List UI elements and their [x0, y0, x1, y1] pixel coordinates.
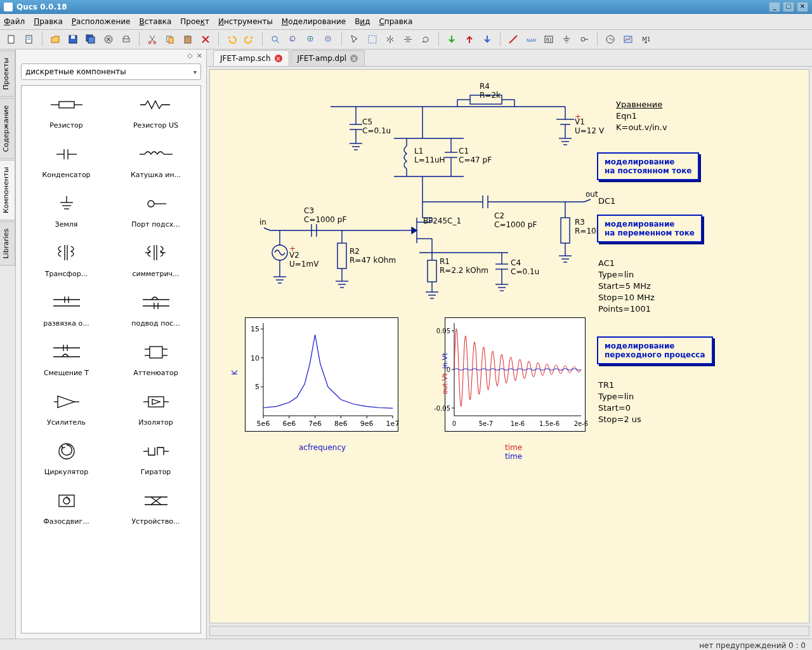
- component-label: Смещение T: [44, 369, 89, 377]
- tab-close-icon[interactable]: ×: [275, 55, 282, 62]
- component-item[interactable]: Резистор US: [111, 86, 200, 135]
- sidetab-components[interactable]: Компоненты: [0, 160, 15, 220]
- svg-rect-147: [337, 243, 346, 269]
- menu-layout[interactable]: Расположение: [72, 17, 131, 26]
- component-item[interactable]: симметрич...: [111, 234, 200, 284]
- component-item[interactable]: Катушка ин...: [111, 135, 200, 185]
- sidetab-libraries[interactable]: Libraries: [0, 222, 15, 266]
- component-item[interactable]: Изолятор: [111, 383, 200, 432]
- component-item[interactable]: Конденсатор: [22, 135, 111, 185]
- svg-text:C2: C2: [494, 211, 504, 220]
- component-label: Конденсатор: [42, 171, 90, 179]
- menu-file[interactable]: Файл: [4, 17, 25, 26]
- component-item[interactable]: Земля: [22, 185, 111, 234]
- svg-text:R3: R3: [575, 218, 585, 227]
- menu-help[interactable]: Справка: [379, 17, 412, 26]
- menu-view[interactable]: Вид: [355, 17, 370, 26]
- pointer-icon[interactable]: [347, 32, 362, 47]
- component-item[interactable]: Трансфор...: [22, 234, 111, 284]
- simulate-icon[interactable]: [603, 32, 618, 47]
- redo-icon[interactable]: [242, 32, 257, 47]
- side-tab-strip: Проекты Содержание Компоненты Libraries: [0, 50, 16, 639]
- menu-edit[interactable]: Правка: [34, 17, 63, 26]
- transient-plot[interactable]: 05e-71e-61.5e-62e-6-0.0500.05: [445, 317, 586, 432]
- panel-undock-icon[interactable]: ◇: [187, 51, 192, 60]
- close-icon[interactable]: [101, 32, 116, 47]
- open-icon[interactable]: [48, 32, 63, 47]
- ground-icon[interactable]: [559, 32, 574, 47]
- component-label: Циркулятор: [44, 468, 89, 476]
- tab-close-icon[interactable]: ×: [350, 55, 358, 62]
- component-category-dropdown[interactable]: дискретные компоненты ▾: [21, 63, 201, 80]
- zoom-in-icon[interactable]: [303, 32, 318, 47]
- undo-icon[interactable]: [224, 32, 239, 47]
- svg-text:R=2.2 kOhm: R=2.2 kOhm: [440, 266, 488, 275]
- print-icon[interactable]: [119, 32, 134, 47]
- component-list[interactable]: РезисторРезистор USКонденсаторКатушка ин…: [21, 85, 201, 633]
- sidetab-content[interactable]: Содержание: [0, 98, 15, 159]
- new-text-icon[interactable]: [22, 32, 37, 47]
- tab-display[interactable]: JFET-amp.dpl ×: [291, 50, 365, 66]
- menu-simulation[interactable]: Моделирование: [282, 17, 346, 26]
- component-item[interactable]: развязка о...: [22, 284, 111, 333]
- component-item[interactable]: Резистор: [22, 86, 111, 135]
- svg-text:R=47 kOhm: R=47 kOhm: [350, 256, 396, 265]
- view-data-icon[interactable]: [620, 32, 636, 47]
- equation-icon[interactable]: f(): [541, 32, 556, 47]
- svg-text:C=1000 pF: C=1000 pF: [304, 215, 346, 224]
- ac-plot[interactable]: 510155e66e67e68e69e61e7: [245, 317, 398, 432]
- zoom-100-icon[interactable]: 1: [285, 32, 301, 47]
- wire-icon[interactable]: [506, 32, 521, 47]
- new-icon[interactable]: [4, 32, 19, 47]
- panel-close-icon[interactable]: ×: [197, 51, 202, 60]
- close-window-button[interactable]: ×: [797, 2, 808, 12]
- svg-text:-0.05: -0.05: [434, 405, 450, 412]
- delete-icon[interactable]: [198, 32, 213, 47]
- zoom-out-icon[interactable]: [321, 32, 336, 47]
- maximize-button[interactable]: ▢: [783, 2, 794, 12]
- ac-sim-box[interactable]: моделированиена переменном токе: [597, 215, 702, 242]
- component-symbol-icon: [55, 439, 78, 464]
- svg-text:C5: C5: [362, 117, 372, 126]
- svg-text:out: out: [586, 190, 598, 199]
- mirror-v-icon[interactable]: [400, 32, 416, 47]
- component-item[interactable]: Циркулятор: [22, 432, 111, 482]
- rotate-icon[interactable]: [418, 32, 433, 47]
- svg-text:in: in: [259, 218, 266, 227]
- component-item[interactable]: Устройство...: [111, 482, 200, 531]
- svg-point-17: [272, 36, 277, 41]
- cut-icon[interactable]: [145, 32, 160, 47]
- copy-icon[interactable]: [162, 32, 178, 47]
- app-icon: [4, 3, 13, 11]
- out-hier-icon[interactable]: [462, 32, 477, 47]
- paste-icon[interactable]: [180, 32, 195, 47]
- component-item[interactable]: Смещение T: [22, 333, 111, 383]
- menu-project[interactable]: Проект: [180, 17, 209, 26]
- tab-schematic[interactable]: JFET-amp.sch ×: [213, 50, 289, 66]
- minimize-button[interactable]: _: [769, 2, 780, 12]
- menu-insert[interactable]: Вставка: [139, 17, 171, 26]
- dc-sim-box[interactable]: моделированиена постоянном токе: [597, 152, 699, 180]
- horizontal-scrollbar[interactable]: [209, 626, 809, 636]
- component-item[interactable]: Гиратор: [111, 432, 200, 482]
- component-item[interactable]: Аттенюатор: [111, 333, 200, 383]
- save-all-icon[interactable]: [83, 32, 98, 47]
- component-item[interactable]: подвод пос...: [111, 284, 200, 333]
- into-hier-icon[interactable]: [444, 32, 459, 47]
- mirror-h-icon[interactable]: [383, 32, 398, 47]
- save-icon[interactable]: [65, 32, 81, 47]
- sidetab-projects[interactable]: Проекты: [0, 51, 15, 97]
- marker-icon[interactable]: M1: [638, 32, 653, 47]
- svg-rect-0: [8, 36, 14, 43]
- deactivate-icon[interactable]: [480, 32, 495, 47]
- component-item[interactable]: Фазосдвиг...: [22, 482, 111, 531]
- component-item[interactable]: Порт подсх...: [111, 185, 200, 234]
- schematic-canvas[interactable]: R4 R=2k + V1 U=12 V C5 C=0.1u L1 L=11uH …: [209, 69, 809, 623]
- port-icon[interactable]: [577, 32, 592, 47]
- wire-label-icon[interactable]: NAME: [523, 32, 539, 47]
- select-area-icon[interactable]: [365, 32, 380, 47]
- component-item[interactable]: Усилитель: [22, 383, 111, 432]
- menu-tools[interactable]: Инструменты: [218, 17, 273, 26]
- zoom-fit-icon[interactable]: [268, 32, 283, 47]
- tr-sim-box[interactable]: моделированиепереходного процесса: [597, 336, 713, 364]
